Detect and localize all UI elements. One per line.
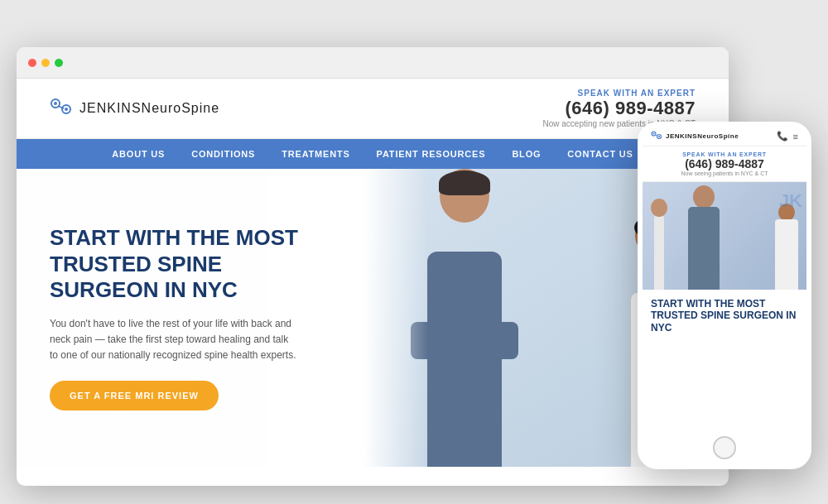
- mobile-hero-img: JK: [643, 182, 806, 290]
- mobile-header: SPEAK WITH AN EXPERT (646) 989-4887 Now …: [643, 146, 806, 182]
- svg-point-6: [653, 133, 655, 135]
- nav-about[interactable]: ABOUT US: [99, 139, 178, 169]
- mobile-headline: START WITH THE MOST TRUSTED SPINE SURGEO…: [651, 298, 798, 334]
- website-content: JENKINSNeuroSpine SPEAK WITH AN EXPERT (…: [17, 79, 729, 486]
- mobile-accepting: Now seeing patients in NYC & CT: [651, 170, 798, 176]
- nav-patient-resources[interactable]: PATIENT RESOURCES: [363, 139, 499, 169]
- nav-conditions[interactable]: CONDITIONS: [178, 139, 268, 169]
- svg-point-8: [658, 136, 660, 137]
- mobile-home-button[interactable]: [713, 436, 736, 459]
- hero-content: START WITH THE MOST TRUSTED SPINE SURGEO…: [17, 200, 331, 434]
- mobile-status-bar: JENKINSNeuroSpine 📞 ≡: [643, 127, 806, 146]
- svg-point-3: [65, 108, 68, 111]
- mobile-logo-icon: [651, 131, 662, 142]
- cta-button[interactable]: GET A FREE MRI REVIEW: [50, 381, 219, 410]
- hero-section: JK START WITH THE MOST TRUSTED SPINE SUR…: [17, 169, 729, 467]
- logo-area: JENKINSNeuroSpine: [50, 98, 219, 119]
- mobile-logo-text: JENKINSNeuroSpine: [666, 132, 739, 140]
- mini-doctor-1: [651, 199, 667, 290]
- mobile-inner: JENKINSNeuroSpine 📞 ≡ SPEAK WITH AN EXPE…: [643, 127, 806, 464]
- mobile-browser: JENKINSNeuroSpine 📞 ≡ SPEAK WITH AN EXPE…: [638, 122, 811, 469]
- mobile-bottom-area: [643, 431, 806, 464]
- maximize-button-dot[interactable]: [55, 59, 63, 67]
- logo-icon: [50, 98, 73, 119]
- nav-treatments[interactable]: TREATMENTS: [268, 139, 363, 169]
- site-header: JENKINSNeuroSpine SPEAK WITH AN EXPERT (…: [17, 79, 729, 139]
- menu-icon[interactable]: ≡: [793, 132, 798, 142]
- phone-number[interactable]: (646) 989-4887: [542, 98, 696, 119]
- hero-headline: START WITH THE MOST TRUSTED SPINE SURGEO…: [50, 225, 298, 303]
- svg-point-1: [54, 102, 57, 105]
- minimize-button-dot[interactable]: [41, 59, 50, 67]
- mini-doctor-3: [775, 204, 798, 290]
- mobile-icons: 📞 ≡: [777, 131, 798, 142]
- logo-text: JENKINSNeuroSpine: [79, 101, 219, 116]
- mobile-logo-row: JENKINSNeuroSpine: [651, 131, 739, 142]
- mobile-speak-label: SPEAK WITH AN EXPERT: [651, 151, 798, 157]
- hero-subtext: You don't have to live the rest of your …: [50, 316, 298, 364]
- mini-doctors: JK: [643, 182, 806, 290]
- mobile-phone[interactable]: (646) 989-4887: [651, 157, 798, 170]
- mobile-content: START WITH THE MOST TRUSTED SPINE SURGEO…: [643, 290, 806, 342]
- close-button-dot[interactable]: [28, 59, 36, 67]
- nav-contact[interactable]: CONTACT US: [554, 139, 646, 169]
- site-nav: ABOUT US CONDITIONS TREATMENTS PATIENT R…: [17, 139, 729, 169]
- desktop-browser: JENKINSNeuroSpine SPEAK WITH AN EXPERT (…: [17, 47, 729, 486]
- mini-doctor-2: [688, 185, 720, 290]
- speak-label: SPEAK WITH AN EXPERT: [542, 89, 696, 98]
- nav-blog[interactable]: BLOG: [498, 139, 554, 169]
- phone-icon[interactable]: 📞: [777, 131, 788, 142]
- browser-chrome: [17, 47, 729, 79]
